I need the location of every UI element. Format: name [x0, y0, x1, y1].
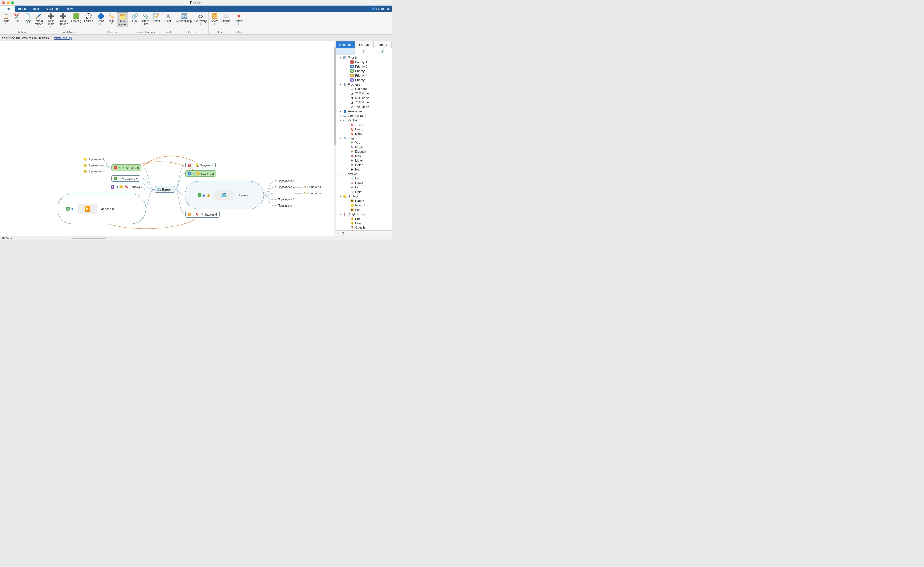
menu-view[interactable]: View: [63, 6, 76, 12]
ribbon-boundary[interactable]: ⬭Boundary▾: [193, 12, 208, 26]
tree-item[interactable]: ▾⏱Progress: [336, 82, 392, 87]
zoom-dropdown-icon[interactable]: ▾: [11, 237, 12, 240]
tree-item[interactable]: ❓Question: [336, 225, 392, 230]
horizontal-scrollbar[interactable]: [70, 237, 322, 240]
tree-item[interactable]: 🔖To Do: [336, 123, 392, 127]
menu-insert[interactable]: Insert: [15, 6, 29, 12]
node-task4[interactable]: 4 ○ 🔖 ⚠ Задача 4: [185, 211, 220, 218]
ribbon-delete[interactable]: ✖Delete▾: [233, 12, 244, 26]
tab-format[interactable]: Format: [355, 41, 373, 48]
expand-icon[interactable]: ▸: [340, 115, 343, 117]
tree-item[interactable]: ▾🔢Priority: [336, 56, 392, 60]
tree-item[interactable]: 2Priority 2: [336, 64, 392, 69]
tree-item[interactable]: ▾⚑Flags: [336, 136, 392, 140]
tree-item[interactable]: ⚑Defer: [336, 163, 392, 167]
expand-icon[interactable]: ▾: [340, 83, 343, 86]
vertical-scrollbar[interactable]: [334, 41, 336, 236]
tree-item[interactable]: 👎Con: [336, 221, 392, 225]
ribbon-font[interactable]: AFont▾: [163, 12, 173, 26]
zoom-level[interactable]: 100%: [2, 237, 9, 240]
tree-item[interactable]: ⚑No: [336, 167, 392, 172]
expand-icon[interactable]: ▾: [340, 173, 343, 175]
expand-icon[interactable]: ▾: [340, 119, 343, 122]
add-marker[interactable]: +: [337, 231, 339, 236]
expand-icon[interactable]: ▸: [340, 110, 343, 112]
tree-item[interactable]: ▾➡Arrows: [336, 172, 392, 176]
ribbon-notes[interactable]: 📝Notes▾: [151, 12, 161, 26]
ribbon-paste[interactable]: 📋Paste▾: [0, 12, 11, 26]
tree-item[interactable]: ▸🏷General Tags: [336, 114, 392, 118]
expand-icon[interactable]: ▾: [340, 137, 343, 140]
ribbon-format-painter[interactable]: 🖌️Format Painter▾: [32, 12, 44, 28]
subtab-list[interactable]: ☰: [336, 48, 355, 54]
ribbon-relationship[interactable]: ↔️Relationship: [175, 12, 193, 24]
node-task3[interactable]: 3 ◕ 👍 🗺️ Задача 3: [185, 181, 264, 209]
subtask[interactable]: 😐Подзадача 2: [83, 164, 104, 167]
expand-icon[interactable]: ▾: [340, 195, 343, 198]
tree-item[interactable]: ☹️Sad: [336, 207, 392, 212]
tree-item[interactable]: ⚑Move: [336, 158, 392, 163]
expand-icon[interactable]: ▾: [340, 213, 343, 216]
tree-item[interactable]: 4Priority 4: [336, 73, 392, 78]
canvas[interactable]: 📇 Проект 1 ✔ ⚑ Задача 5 3 ○ ➡ Задача 6: [0, 41, 336, 236]
subtab-link[interactable]: 🔗: [373, 48, 392, 54]
node-task1[interactable]: 1 ○ 👷 Задача 1: [185, 162, 216, 168]
menu-task[interactable]: Task: [29, 6, 42, 12]
node-task7[interactable]: 5 ◑ ☹️ 🔖 Задача 7: [108, 184, 145, 190]
ribbon-cut[interactable]: ✂️Cut: [11, 12, 22, 24]
node-task8[interactable]: 3 ◑ ▶️ Задача 8: [58, 194, 146, 224]
tab-inspector[interactable]: Inspector: [336, 41, 355, 48]
tree-item[interactable]: ▾🏷Kanban: [336, 118, 392, 123]
subtab-clock[interactable]: ⏱: [355, 48, 373, 54]
expand-icon[interactable]: ▾: [340, 57, 343, 59]
tree-item[interactable]: ⬅Left: [336, 185, 392, 189]
central-topic[interactable]: 📇 Проект: [155, 186, 175, 193]
zoom-window[interactable]: [11, 2, 14, 4]
tree-item[interactable]: ✔Task done: [336, 105, 392, 109]
tree-item[interactable]: 🔖Done: [336, 131, 392, 136]
ribbon-callout[interactable]: 💬Callout: [83, 12, 94, 24]
menu-home[interactable]: Home: [0, 6, 15, 12]
ribbon-copy[interactable]: 📄Copy▾: [22, 12, 32, 26]
tree-item[interactable]: ⬇Down: [336, 181, 392, 185]
tab-library[interactable]: Library: [373, 41, 392, 48]
tree-item[interactable]: ⚑Discuss: [336, 149, 392, 154]
tree-item[interactable]: 3Priority 3: [336, 69, 392, 73]
tree-item[interactable]: 5Priority 5: [336, 78, 392, 82]
subtask[interactable]: ⚑Подзадача 2: [274, 186, 294, 189]
tree-item[interactable]: ⚑Maybe: [336, 145, 392, 149]
tree-item[interactable]: 🙂Happy: [336, 198, 392, 203]
tree-item[interactable]: ➡Right: [336, 189, 392, 194]
tree-item[interactable]: ◑50% done: [336, 96, 392, 100]
subtask[interactable]: 🙂Подзадача 1: [83, 158, 104, 161]
ribbon-tags[interactable]: 🏷️Tags▾: [106, 12, 117, 26]
tree-item[interactable]: ▾❗Single Icons: [336, 212, 392, 216]
tree-item[interactable]: 👍Pro: [336, 216, 392, 221]
tree-item[interactable]: ▸👤Resources: [336, 109, 392, 114]
subtask[interactable]: ⚑Подзадача 1: [274, 180, 294, 183]
tree-item[interactable]: ⬆Up: [336, 176, 392, 181]
view-pricing-link[interactable]: View Pricing: [54, 36, 72, 40]
tree-item[interactable]: 🔖Doing: [336, 127, 392, 131]
user-menu[interactable]: Ekaterina: [369, 6, 392, 12]
ribbon-icons[interactable]: 🔵Icons▾: [95, 12, 106, 26]
menu-advanced[interactable]: Advanced: [42, 6, 63, 12]
subtask[interactable]: ⚑Подзадача 4: [274, 204, 294, 207]
ribbon-task-panes[interactable]: 🗂️Task Panes: [117, 12, 128, 27]
settings-icon[interactable]: ⚙: [342, 231, 345, 236]
ribbon-floating[interactable]: 🟩Floating: [70, 12, 83, 24]
solution-2[interactable]: ⚑Решение 2: [304, 192, 321, 195]
tree-item[interactable]: ◕75% done: [336, 100, 392, 105]
minimize-window[interactable]: [7, 2, 9, 4]
subtask[interactable]: ⚑Подзадача 3: [274, 198, 294, 201]
tree-item[interactable]: ⚑Yes: [336, 140, 392, 145]
tree-item[interactable]: ⚑Risk: [336, 154, 392, 158]
tree-item[interactable]: 😐Neutral: [336, 203, 392, 207]
ribbon-new-subtopic[interactable]: ➕New Subtopic: [56, 12, 70, 26]
ribbon-publish[interactable]: ☁️Publish▾: [220, 12, 232, 26]
ribbon-attach[interactable]: 📎Attach Files: [140, 12, 151, 26]
solution-1[interactable]: ⚑Решение 1: [304, 186, 321, 189]
tree-item[interactable]: ○Not done: [336, 87, 392, 91]
tree-item[interactable]: ◔25% done: [336, 91, 392, 96]
subtask[interactable]: ☹️Подзадача 3: [83, 170, 104, 173]
